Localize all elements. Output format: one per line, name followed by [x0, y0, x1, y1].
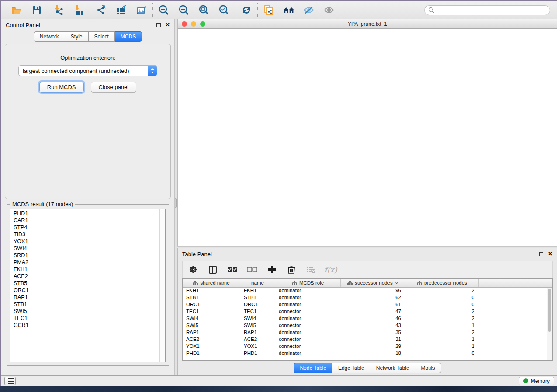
split-panel-button[interactable] [208, 265, 218, 275]
open-file-button[interactable] [11, 4, 22, 16]
minimize-window-icon[interactable] [191, 21, 196, 27]
mcds-result-item[interactable]: SWI5 [14, 308, 159, 315]
mcds-result-item[interactable]: GCR1 [14, 322, 159, 329]
panel-splitter[interactable] [174, 19, 177, 375]
table-cell: 2 [405, 288, 479, 295]
list-scrollbar[interactable] [159, 209, 165, 362]
network-graph [178, 29, 557, 246]
column-header-MCDS-role[interactable]: MCDS role [275, 279, 341, 287]
mcds-result-item[interactable]: STB1 [14, 301, 159, 308]
search-input[interactable] [436, 7, 546, 13]
mcds-result-item[interactable]: FKH1 [14, 266, 159, 273]
table-cell: STB1 [183, 295, 240, 302]
first-neighbors-button[interactable] [283, 4, 294, 16]
criterion-label: Optimization criterion: [5, 55, 170, 61]
desktop-background [0, 386, 557, 392]
hide-selected-button[interactable] [303, 4, 315, 16]
sort-indicator-icon [395, 282, 398, 284]
search-icon [428, 7, 434, 13]
table-panel: Table Panel ✕ [177, 248, 557, 375]
table-row[interactable]: SWI4SWI4dominator462 [183, 316, 552, 323]
column-header-shared-name[interactable]: shared name [183, 279, 240, 287]
network-titlebar[interactable]: YPA_prune.txt_1 [178, 19, 557, 29]
network-canvas[interactable] [178, 29, 557, 246]
mcds-result-item[interactable]: CAR1 [14, 217, 159, 224]
mcds-result-item[interactable]: SWI4 [14, 245, 159, 252]
mcds-result-item[interactable]: PMA2 [14, 259, 159, 266]
mcds-result-item[interactable]: TEC1 [14, 315, 159, 322]
tab-network-table[interactable]: Network Table [370, 363, 415, 373]
float-table-panel-icon[interactable] [539, 252, 543, 256]
copy-network-button[interactable] [263, 4, 274, 16]
mcds-result-item[interactable]: PHD1 [14, 210, 159, 217]
zoom-in-button[interactable] [158, 4, 170, 16]
mcds-result-list[interactable]: PHD1CAR1STP4TID3YOX1SWI4SRD1PMA2FKH1ACE2… [10, 209, 166, 362]
table-settings-button[interactable] [188, 265, 198, 275]
mcds-result-item[interactable]: STB5 [14, 280, 159, 287]
mcds-result-item[interactable]: YOX1 [14, 238, 159, 245]
table-cell: PHD1 [240, 351, 275, 358]
table-cell: FKH1 [240, 288, 275, 295]
export-table-button[interactable] [116, 4, 127, 16]
zoom-out-button[interactable] [178, 4, 190, 16]
table-row[interactable]: RAP1RAP1dominator352 [183, 330, 552, 337]
memory-button[interactable]: Memory [519, 377, 554, 385]
column-header-predecessor-nodes[interactable]: predecessor nodes [405, 279, 479, 287]
table-row[interactable]: TEC1TEC1connector472 [183, 309, 552, 316]
table-cell: FKH1 [183, 288, 240, 295]
maximize-window-icon[interactable] [200, 21, 205, 27]
tab-motifs[interactable]: Motifs [415, 363, 441, 373]
float-panel-icon[interactable] [156, 23, 161, 27]
table-scroll-thumb[interactable] [548, 289, 551, 332]
show-all-button[interactable] [323, 4, 335, 16]
import-table-button[interactable] [73, 4, 85, 16]
table-row[interactable]: YOX1YOX1connector291 [183, 344, 552, 351]
houses-icon [283, 5, 294, 15]
mcds-result-item[interactable]: ACE2 [14, 273, 159, 280]
mcds-result-item[interactable]: TID3 [14, 231, 159, 238]
tab-mcds[interactable]: MCDS [115, 31, 142, 42]
column-header-successor-nodes[interactable]: successor nodes [341, 279, 405, 287]
table-cell: TEC1 [240, 309, 275, 316]
import-network-button[interactable] [53, 4, 65, 16]
table-row[interactable]: SWI5SWI5connector431 [183, 323, 552, 330]
run-mcds-button[interactable]: Run MCDS [39, 82, 84, 93]
close-table-panel-icon[interactable]: ✕ [548, 252, 553, 256]
table-row[interactable]: ORC1ORC1dominator610 [183, 302, 552, 309]
deselect-all-rows-button[interactable] [247, 265, 257, 275]
mcds-result-item[interactable]: RAP1 [14, 294, 159, 301]
table-scrollbar[interactable] [547, 288, 552, 360]
tab-node-table[interactable]: Node Table [294, 363, 332, 373]
mcds-result-item[interactable]: STP4 [14, 224, 159, 231]
task-history-button[interactable] [4, 377, 16, 385]
add-column-button[interactable] [266, 265, 277, 275]
select-all-rows-button[interactable] [227, 265, 238, 275]
table-row[interactable]: PHD1PHD1dominator180 [183, 351, 552, 358]
mcds-result-item[interactable]: ORC1 [14, 287, 159, 294]
close-panel-button[interactable]: Close panel [91, 82, 137, 93]
delete-column-button[interactable] [286, 265, 297, 275]
zoom-selected-button[interactable] [218, 4, 230, 16]
node-table[interactable]: shared namenameMCDS rolesuccessor nodesp… [182, 278, 553, 361]
mcds-result-item[interactable]: SRD1 [14, 252, 159, 259]
table-row[interactable]: STB1STB1dominator620 [183, 295, 552, 302]
splitter-grip-icon [175, 198, 177, 208]
table-row[interactable]: ACE2ACE2connector311 [183, 337, 552, 344]
table-row[interactable]: FKH1FKH1dominator962 [183, 288, 552, 295]
tab-network[interactable]: Network [34, 31, 65, 42]
tab-style[interactable]: Style [65, 31, 89, 42]
table-cell: RAP1 [183, 330, 240, 337]
zoom-fit-button[interactable] [198, 4, 210, 16]
criterion-dropdown[interactable]: largest connected component (undirected) [18, 65, 157, 76]
export-image-button[interactable] [136, 4, 147, 16]
refresh-layout-button[interactable] [241, 4, 252, 16]
control-panel: Control Panel ✕ Network Style Select MCD… [1, 19, 174, 375]
search-field[interactable] [424, 5, 550, 15]
column-header-name[interactable]: name [240, 279, 275, 287]
tab-select[interactable]: Select [89, 31, 115, 42]
export-network-button[interactable] [96, 4, 107, 16]
save-session-button[interactable] [31, 4, 42, 16]
close-panel-icon[interactable]: ✕ [165, 23, 170, 27]
close-window-icon[interactable] [182, 21, 187, 27]
tab-edge-table[interactable]: Edge Table [332, 363, 370, 373]
